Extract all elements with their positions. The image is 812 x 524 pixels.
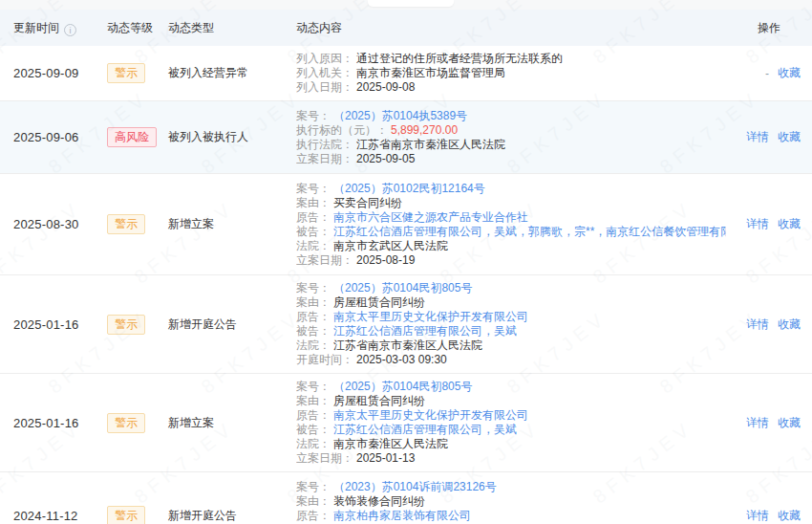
top-strip (0, 0, 812, 10)
entity-link[interactable]: 南京柏冉家居装饰有限公司 (333, 509, 471, 522)
favorite-link[interactable]: 收藏 (778, 216, 801, 232)
field-label: 立案日期： (296, 152, 353, 165)
update-date: 2025-09-06 (13, 130, 79, 144)
detail-link[interactable]: 详情 (746, 216, 769, 232)
field-value: 南京市秦淮区人民法院 (333, 437, 448, 450)
table-body: 2025-09-09 警示 被列入经营异常 列入原因：通过登记的住所或者经营场所… (0, 46, 812, 524)
table-row: 2025-01-16 警示 新增立案 案号：（2025）苏0104民初805号案… (0, 374, 812, 472)
field-label: 列入日期： (296, 80, 353, 94)
field-label: 案由： (296, 295, 331, 309)
row-actions: -收藏 (726, 65, 812, 81)
event-type: 被列入经营异常 (168, 66, 248, 79)
table-row: 2025-09-06 高风险 被列入被执行人 案号：（2025）苏0104执53… (0, 101, 812, 174)
entity-link[interactable]: 南京太平里历史文化保护开发有限公司 (333, 310, 528, 323)
detail-link[interactable]: 详情 (746, 317, 769, 333)
entity-link[interactable]: 江苏红公信酒店管理有限公司，吴斌，郭腾歌，宗**，南京红公信餐饮管理有限公司 (333, 225, 726, 238)
field-label: 原告： (296, 310, 331, 323)
field-value: 房屋租赁合同纠纷 (333, 394, 425, 407)
update-date: 2025-08-30 (13, 217, 79, 231)
field-label: 案号： (296, 480, 331, 493)
entity-link[interactable]: （2025）苏0104民初805号 (333, 281, 472, 295)
field-label: 案号： (296, 380, 331, 393)
favorite-link[interactable]: 收藏 (778, 129, 801, 145)
update-date: 2025-01-16 (13, 416, 79, 430)
entity-link[interactable]: （2025）苏0102民初12164号 (333, 182, 485, 195)
row-actions: 详情收藏 (726, 216, 812, 232)
field-label: 法院： (296, 338, 331, 352)
event-content: 案号：（2025）苏0104民初805号案由：房屋租赁合同纠纷原告：南京太平里历… (296, 374, 726, 471)
field-label: 立案日期： (296, 451, 353, 465)
entity-link[interactable]: （2025）苏0104执5389号 (333, 109, 467, 122)
event-type: 被列入被执行人 (168, 130, 248, 143)
field-label: 案由： (296, 196, 331, 209)
field-value: 2025-09-08 (356, 80, 415, 94)
entity-link[interactable]: 南京市六合区健之源农产品专业合作社 (333, 210, 528, 224)
risk-level-badge: 警示 (107, 214, 145, 234)
field-label: 案号： (296, 182, 331, 195)
field-label: 列入原因： (296, 52, 353, 65)
field-label: 被告： (296, 225, 331, 238)
entity-link[interactable]: （2023）苏0104诉前调23126号 (333, 480, 497, 493)
entity-link[interactable]: （2025）苏0104民初805号 (333, 380, 472, 393)
column-header-content: 动态内容 (296, 20, 726, 36)
field-value: 装饰装修合同纠纷 (333, 494, 425, 508)
risk-level-badge: 警示 (107, 63, 145, 83)
entity-link[interactable]: 江苏红公信酒店管理有限公司，吴斌 (333, 324, 517, 338)
update-date: 2024-11-12 (13, 509, 78, 523)
field-label: 执行法院： (296, 138, 353, 151)
field-label: 案号： (296, 109, 331, 122)
field-value: 房屋租赁合同纠纷 (333, 295, 425, 309)
favorite-link[interactable]: 收藏 (778, 65, 801, 81)
company-updates-panel: 更新时间i 动态等级 动态类型 动态内容 操作 2025-09-09 警示 被列… (0, 0, 812, 524)
no-action-dash: - (765, 67, 769, 80)
field-label: 原告： (296, 509, 331, 522)
table-header: 更新时间i 动态等级 动态类型 动态内容 操作 (0, 10, 812, 46)
event-type: 新增立案 (168, 416, 214, 429)
event-type: 新增立案 (168, 217, 214, 230)
update-date: 2025-09-09 (13, 66, 79, 80)
favorite-link[interactable]: 收藏 (778, 415, 801, 431)
detail-link[interactable]: 详情 (746, 129, 769, 145)
table-row: 2025-08-30 警示 新增立案 案号：（2025）苏0102民初12164… (0, 174, 812, 275)
field-label: 立案日期： (296, 253, 353, 267)
risk-level-badge: 高风险 (107, 127, 157, 147)
table-row: 2025-09-09 警示 被列入经营异常 列入原因：通过登记的住所或者经营场所… (0, 46, 812, 101)
entity-link[interactable]: 南京太平里历史文化保护开发有限公司 (333, 408, 528, 422)
field-label: 列入机关： (296, 66, 353, 79)
favorite-link[interactable]: 收藏 (778, 508, 801, 524)
field-label: 开庭时间： (296, 353, 353, 366)
row-actions: 详情收藏 (726, 508, 812, 524)
detail-link[interactable]: 详情 (746, 508, 769, 524)
column-header-actions: 操作 (726, 20, 812, 36)
info-icon[interactable]: i (64, 24, 76, 36)
field-label: 被告： (296, 324, 331, 338)
detail-link[interactable]: 详情 (746, 415, 769, 431)
field-value: 2025-08-19 (356, 253, 415, 267)
update-date: 2025-01-16 (13, 317, 79, 332)
field-value: 南京市玄武区人民法院 (333, 239, 448, 252)
field-label: 法院： (296, 239, 331, 252)
field-value: 2025-01-13 (356, 451, 415, 465)
risk-level-badge: 警示 (107, 315, 145, 335)
event-content: 案号：（2025）苏0104执5389号执行标的（元）：5,899,270.00… (296, 103, 726, 172)
favorite-link[interactable]: 收藏 (778, 317, 801, 333)
risk-level-badge: 警示 (107, 413, 145, 433)
column-header-label: 更新时间 (13, 21, 59, 34)
event-type: 新增开庭公告 (168, 509, 237, 522)
row-actions: 详情收藏 (726, 415, 812, 431)
field-value: 通过登记的住所或者经营场所无法联系的 (356, 52, 563, 65)
scroll-pill (368, 0, 454, 7)
amount-value: 5,899,270.00 (391, 123, 458, 137)
field-value: 2025-09-05 (356, 152, 415, 165)
field-label: 执行标的（元）： (296, 123, 388, 137)
table-row: 2024-11-12 警示 新增开庭公告 案号：（2023）苏0104诉前调23… (0, 472, 812, 524)
risk-level-badge: 警示 (107, 506, 145, 524)
column-header-type: 动态类型 (168, 20, 296, 36)
entity-link[interactable]: 江苏红公信酒店管理有限公司，吴斌 (333, 423, 517, 436)
event-content: 列入原因：通过登记的住所或者经营场所无法联系的列入机关：南京市秦淮区市场监督管理… (296, 46, 726, 100)
column-header-level: 动态等级 (107, 20, 168, 36)
field-value: 南京市秦淮区市场监督管理局 (356, 66, 505, 79)
event-content: 案号：（2025）苏0102民初12164号案由：买卖合同纠纷原告：南京市六合区… (296, 176, 726, 273)
field-label: 案号： (296, 281, 331, 295)
row-actions: 详情收藏 (726, 317, 812, 333)
